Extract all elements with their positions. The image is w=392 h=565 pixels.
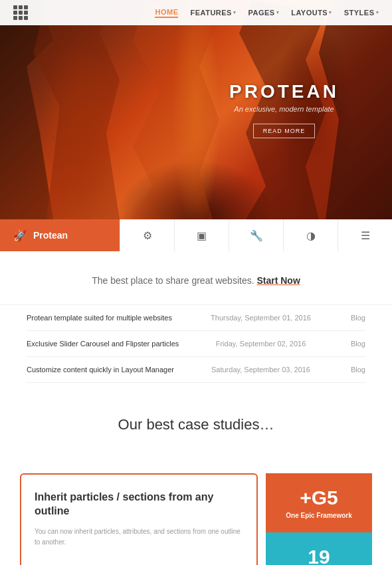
case-studies-section: Our best case studies…	[0, 383, 392, 453]
hero-title: PROTEAN	[229, 81, 339, 102]
blog-item-date: Friday, September 02, 2016	[183, 340, 339, 348]
toolbar: 🚀 Protean ⚙ ▣ 🔧 ◑ ☰	[0, 219, 392, 251]
chevron-down-icon: ▾	[233, 10, 237, 15]
blog-item: Exclusive Slider Carousel and Flipster p…	[27, 331, 365, 357]
tagline-section: The best place to share great websites. …	[0, 251, 392, 304]
blog-item-date: Saturday, September 03, 2016	[183, 366, 339, 374]
toolbar-icons: ⚙ ▣ 🔧 ◑ ☰	[120, 219, 392, 251]
card-inherit-text: You can now inherit particles, attribute…	[35, 526, 243, 548]
blog-item-tag: Blog	[339, 314, 365, 322]
start-now-link[interactable]: Start Now	[256, 275, 300, 286]
blog-item-tag: Blog	[339, 340, 365, 348]
nav-item-features[interactable]: FEATURES ▾	[190, 9, 236, 17]
nav-item-pages[interactable]: PAGES ▾	[248, 9, 279, 17]
contrast-icon[interactable]: ◑	[283, 219, 338, 251]
stat-box-framework: +G5 One Epic Framework	[266, 473, 372, 532]
stat-label: One Epic Framework	[286, 512, 351, 519]
blog-list: Protean template suited for multiple web…	[0, 304, 392, 383]
stat-number: +G5	[300, 487, 338, 509]
layout-icon[interactable]: ▣	[174, 219, 229, 251]
wrench-icon[interactable]: 🔧	[229, 219, 283, 251]
rocket-icon: 🚀	[13, 229, 27, 242]
blog-item-tag: Blog	[339, 366, 365, 374]
menu-icon[interactable]: ☰	[338, 219, 392, 251]
hero-section: PROTEAN An exclusive, modern template RE…	[0, 0, 392, 219]
blog-item: Protean template suited for multiple web…	[27, 305, 365, 331]
card-inherit-title: Inherit particles / sections from any ou…	[35, 491, 243, 518]
hero-subtitle: An exclusive, modern template	[229, 105, 339, 113]
card-stats: +G5 One Epic Framework 19 Modern Templat…	[266, 473, 372, 565]
tagline-text: The best place to share great websites.	[92, 275, 254, 286]
chevron-down-icon: ▾	[376, 10, 379, 15]
blog-item-date: Thursday, September 01, 2016	[183, 314, 339, 322]
nav-item-styles[interactable]: STYLES ▾	[344, 9, 379, 17]
hero-text: PROTEAN An exclusive, modern template RE…	[229, 81, 339, 138]
nav-item-layouts[interactable]: LAYOUTS ▾	[291, 9, 332, 17]
stat-box-templates: 19 Modern Templates	[266, 532, 372, 565]
navigation: HOME FEATURES ▾ PAGES ▾ LAYOUTS ▾ STYLES…	[0, 0, 392, 25]
case-studies-title: Our best case studies…	[13, 416, 379, 433]
blog-item: Customize content quickly in Layout Mana…	[27, 357, 365, 383]
toolbar-brand: 🚀 Protean	[0, 219, 120, 251]
blog-item-title[interactable]: Customize content quickly in Layout Mana…	[27, 366, 183, 374]
chevron-down-icon: ▾	[329, 10, 332, 15]
chevron-down-icon: ▾	[276, 10, 280, 15]
blog-item-title[interactable]: Protean template suited for multiple web…	[27, 314, 183, 322]
read-more-button[interactable]: READ MORE	[253, 124, 316, 138]
nav-logo	[13, 5, 28, 20]
blog-item-title[interactable]: Exclusive Slider Carousel and Flipster p…	[27, 340, 183, 348]
cards-row: Inherit particles / sections from any ou…	[0, 453, 392, 565]
card-inherit: Inherit particles / sections from any ou…	[20, 473, 258, 565]
stat-number: 19	[308, 546, 330, 565]
settings-icon[interactable]: ⚙	[120, 219, 174, 251]
nav-links: HOME FEATURES ▾ PAGES ▾ LAYOUTS ▾ STYLES…	[155, 8, 379, 18]
nav-item-home[interactable]: HOME	[155, 8, 178, 18]
toolbar-brand-label: Protean	[33, 230, 68, 241]
